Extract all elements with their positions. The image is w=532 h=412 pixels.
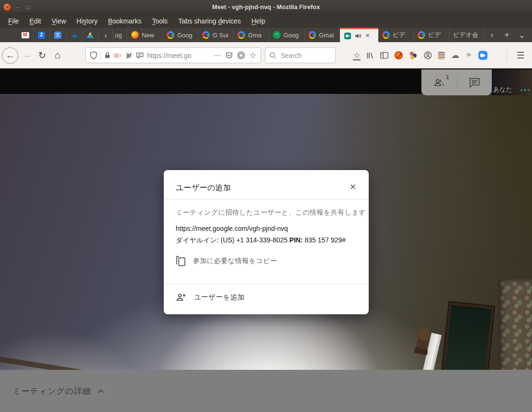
you-label: あなた bbox=[493, 85, 512, 94]
notifications-icon[interactable] bbox=[136, 52, 144, 59]
tab-label: Goog bbox=[283, 32, 299, 39]
menu-view[interactable]: View bbox=[46, 17, 71, 25]
tab[interactable]: og bbox=[113, 28, 127, 42]
tab-audio-icon[interactable] bbox=[354, 33, 362, 39]
self-video-tile[interactable]: あなた bbox=[492, 69, 532, 95]
tab[interactable]: Gma bbox=[234, 28, 269, 42]
onedrive-icon: ☁ bbox=[70, 31, 78, 39]
tab[interactable]: Gmai bbox=[305, 28, 340, 42]
meet-bottom-bar: ミーティングの詳細 bbox=[0, 370, 532, 412]
chat-button[interactable] bbox=[469, 78, 480, 88]
library-icon[interactable] bbox=[366, 52, 374, 59]
camera-icon[interactable] bbox=[114, 53, 122, 58]
home-button[interactable]: ⌂ bbox=[50, 47, 65, 63]
scroll-tabs-right-button[interactable]: › bbox=[485, 28, 499, 42]
tab-dropdown-button[interactable]: ⌄ bbox=[514, 28, 529, 42]
participants-button[interactable]: 1 bbox=[433, 78, 446, 87]
calendar-icon: 2 bbox=[38, 32, 45, 39]
dialin-number: (US) +1 314-339-8025 bbox=[221, 236, 288, 244]
add-users-button[interactable]: ユーザーを追加 bbox=[176, 293, 245, 302]
zoom-icon[interactable] bbox=[478, 51, 487, 60]
site-identity-icons: ↻ bbox=[90, 51, 144, 60]
menu-history[interactable]: History bbox=[71, 17, 103, 25]
pinned-tabs: M2文☁ bbox=[17, 28, 99, 42]
menu-tabs-sharing-devices[interactable]: Tabs sharing devices bbox=[173, 17, 246, 25]
firefox-icon bbox=[131, 31, 139, 39]
meet-icon bbox=[344, 32, 351, 40]
autoplay-blocked-icon[interactable]: ↻ bbox=[125, 52, 133, 59]
google-icon bbox=[238, 31, 245, 39]
flag-icon[interactable]: ⚑ bbox=[465, 52, 472, 59]
copy-joining-info-button[interactable]: 参加に必要な情報をコピー bbox=[176, 255, 277, 267]
activity-icon[interactable]: ★ bbox=[237, 51, 245, 59]
tab[interactable]: ビデ bbox=[414, 28, 449, 42]
window-title: Meet - vgh-pjnd-nvq - Mozilla Firefox bbox=[0, 0, 532, 14]
url-bar[interactable]: ↻ https://meet.go ⋯★☆ bbox=[85, 47, 261, 63]
person-add-icon bbox=[176, 293, 186, 301]
app-menu-button[interactable]: ☰ bbox=[512, 47, 529, 63]
people-icon bbox=[433, 78, 446, 87]
bookmark-icon[interactable]: ☆ bbox=[249, 52, 256, 59]
pinned-tab-calendar[interactable]: 2 bbox=[34, 28, 50, 42]
pocket-icon[interactable] bbox=[226, 52, 233, 59]
search-input[interactable] bbox=[280, 51, 331, 60]
google-icon bbox=[308, 31, 316, 39]
tab-label: G Sui bbox=[213, 32, 228, 39]
containers-icon[interactable] bbox=[409, 52, 418, 59]
chat-icon bbox=[469, 78, 480, 88]
tab-active-meet[interactable]: ✕ bbox=[340, 28, 378, 42]
forward-button[interactable]: → bbox=[19, 47, 34, 63]
search-icon bbox=[270, 52, 276, 59]
shield-icon[interactable] bbox=[90, 51, 97, 59]
menu-bar: FileEditViewHistoryBookmarksToolsTabs sh… bbox=[0, 14, 532, 28]
tab[interactable]: ”Goog bbox=[269, 28, 305, 42]
dialog-close-button[interactable]: ✕ bbox=[347, 181, 359, 193]
tab-label: Gma bbox=[248, 32, 261, 39]
tab-label: Gmai bbox=[319, 32, 334, 39]
menu-tools[interactable]: Tools bbox=[147, 17, 173, 25]
new-tab-button[interactable]: + bbox=[499, 28, 514, 42]
tab[interactable]: Goog bbox=[163, 28, 198, 42]
tab-label: og bbox=[115, 32, 122, 39]
passwords-icon[interactable] bbox=[438, 52, 445, 59]
tab-label: ビデオ会 bbox=[453, 31, 478, 39]
reload-button[interactable]: ↻ bbox=[34, 47, 50, 63]
url-text[interactable]: https://meet.go bbox=[147, 52, 210, 59]
tab[interactable]: ビデオ会 bbox=[449, 28, 485, 42]
pinned-tab-translate[interactable]: 文 bbox=[50, 28, 66, 42]
tab-close-button[interactable]: ✕ bbox=[365, 33, 370, 39]
page-actions-icon[interactable]: ⋯ bbox=[214, 52, 221, 59]
meeting-details-button[interactable]: ミーティングの詳細 bbox=[12, 386, 104, 397]
dialog-divider bbox=[164, 199, 369, 199]
tab[interactable]: ビデ bbox=[378, 28, 414, 42]
meeting-link: https://meet.google.com/vgh-pjnd-nvq bbox=[176, 225, 288, 232]
account-icon[interactable] bbox=[424, 51, 432, 59]
google-icon bbox=[382, 31, 390, 39]
title-bar: ✕ − ▢ Meet - vgh-pjnd-nvq - Mozilla Fire… bbox=[0, 0, 532, 14]
scroll-tabs-left-button[interactable]: ‹ bbox=[99, 28, 113, 42]
sidebar-icon[interactable] bbox=[380, 52, 388, 59]
menu-edit[interactable]: Edit bbox=[24, 17, 46, 25]
pinned-tab-gmail[interactable]: M bbox=[17, 28, 34, 42]
back-button[interactable]: ← bbox=[2, 47, 18, 64]
adblock-icon[interactable] bbox=[395, 51, 403, 59]
navigation-toolbar: ← → ↻ ⌂ ↻ https://meet.go ⋯★☆ ☆☁⚑ ☰ bbox=[0, 42, 532, 69]
pinned-tab-onedrive[interactable]: ☁ bbox=[66, 28, 82, 42]
lock-icon[interactable] bbox=[104, 52, 111, 59]
chevron-up-icon bbox=[97, 389, 104, 393]
google-icon bbox=[418, 31, 425, 39]
firefox-window: ✕ − ▢ Meet - vgh-pjnd-nvq - Mozilla Fire… bbox=[0, 0, 532, 412]
search-bar[interactable] bbox=[265, 47, 336, 63]
menu-file[interactable]: File bbox=[3, 17, 24, 25]
pin-value: 835 157 929# bbox=[305, 236, 346, 244]
menu-bookmarks[interactable]: Bookmarks bbox=[102, 17, 147, 25]
tab[interactable]: G Sui bbox=[198, 28, 234, 42]
copy-joining-info-label: 参加に必要な情報をコピー bbox=[193, 257, 277, 265]
bookmark-star-icon[interactable]: ☆ bbox=[353, 52, 360, 59]
pinned-tab-gdrive[interactable] bbox=[82, 28, 99, 42]
dialog-subtitle: ミーティングに招待したユーザーと、この情報を共有します bbox=[176, 208, 366, 217]
menu-help[interactable]: Help bbox=[246, 17, 271, 25]
meet-side-panel-tabs: 1 bbox=[421, 69, 492, 95]
tab[interactable]: New bbox=[127, 28, 163, 42]
cloud-icon[interactable]: ☁ bbox=[451, 51, 459, 59]
